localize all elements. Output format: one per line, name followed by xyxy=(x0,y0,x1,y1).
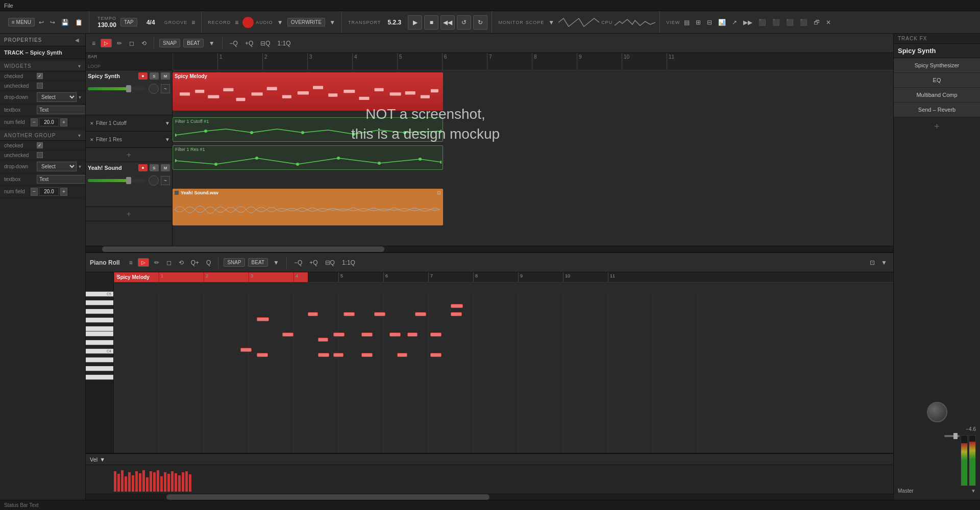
view-btn2[interactable]: ⊞ xyxy=(694,18,703,27)
note-9[interactable] xyxy=(282,333,293,337)
key-a4[interactable] xyxy=(86,309,113,314)
numfield-input[interactable] xyxy=(39,118,59,126)
key-gb4[interactable] xyxy=(86,323,113,326)
auto1-close-icon[interactable]: ✕ xyxy=(90,121,94,126)
key-d4[interactable] xyxy=(86,340,113,345)
fader-knob2[interactable] xyxy=(126,177,131,184)
pr-loop-tool[interactable]: ⟲ xyxy=(177,258,186,267)
scope-menu-icon[interactable]: ▼ xyxy=(546,18,556,27)
note-20[interactable] xyxy=(397,353,407,357)
zoom-fit-btn[interactable]: ⊟Q xyxy=(258,39,272,48)
auto2-close-icon[interactable]: ✕ xyxy=(90,137,94,142)
record-button[interactable] xyxy=(242,17,254,28)
key-c5[interactable]: C5 xyxy=(86,292,113,297)
beat-button[interactable]: BEAT xyxy=(183,39,203,47)
note-15[interactable] xyxy=(430,333,442,337)
pr-zoom-fit[interactable]: ⊟Q xyxy=(323,258,337,267)
note-16[interactable] xyxy=(257,353,268,357)
arrange-scrollbar-thumb[interactable] xyxy=(102,246,385,252)
pr-beat-menu-icon[interactable]: ▼ xyxy=(271,258,281,267)
vel-bar-21[interactable] xyxy=(185,471,188,492)
track-knob1[interactable] xyxy=(149,84,159,94)
view-btn1[interactable]: ▤ xyxy=(682,18,692,27)
play-button[interactable]: ▶ xyxy=(408,15,422,30)
save-as-button[interactable]: 📋 xyxy=(73,18,85,27)
key-c4[interactable]: C4 xyxy=(86,349,113,354)
unchecked2-checkbox[interactable] xyxy=(37,152,43,158)
tap-button[interactable]: TAP xyxy=(120,18,137,27)
textbox-input[interactable] xyxy=(37,106,86,114)
vel-bar-10[interactable] xyxy=(146,477,149,492)
note-area[interactable]: Spicy Melody 0 1 2 3 4 5 6 xyxy=(114,272,893,453)
checked2-checkbox[interactable] xyxy=(37,142,43,148)
key-eb4[interactable] xyxy=(86,337,113,340)
beat-menu-icon[interactable]: ▼ xyxy=(207,39,217,48)
note-7[interactable] xyxy=(451,312,462,316)
zoom-in-btn[interactable]: +Q xyxy=(243,39,255,48)
dropdown-select[interactable]: Select xyxy=(37,92,77,102)
synth-clip[interactable]: Spicy Melody xyxy=(173,72,443,111)
note-4[interactable] xyxy=(374,312,385,316)
master-knob[interactable] xyxy=(927,402,947,422)
key-f4[interactable] xyxy=(86,326,113,332)
note-2[interactable] xyxy=(308,312,318,316)
checked-checkbox[interactable] xyxy=(37,73,43,79)
note-10[interactable] xyxy=(318,338,328,342)
arrange-pencil-tool[interactable]: ✏ xyxy=(115,39,124,48)
view-btn9[interactable]: ⬛ xyxy=(784,18,796,27)
menu-file[interactable]: File xyxy=(4,3,13,9)
key-e4[interactable] xyxy=(86,332,113,337)
arrange-eraser-tool[interactable]: ◻ xyxy=(127,39,136,48)
time-sig[interactable]: 4/4 xyxy=(139,19,162,26)
vel-bar-14[interactable] xyxy=(160,476,163,492)
fx-add-btn[interactable]: + xyxy=(894,117,980,136)
vel-bar-20[interactable] xyxy=(182,472,184,492)
vel-bar-12[interactable] xyxy=(153,472,156,492)
record-options-icon[interactable]: ≡ xyxy=(233,18,240,27)
track-color-btn2[interactable]: ● xyxy=(138,164,148,171)
vel-bar-3[interactable] xyxy=(121,470,124,492)
unchecked-checkbox[interactable] xyxy=(37,83,43,89)
textbox2-input[interactable] xyxy=(37,175,86,184)
tempo-value[interactable]: 130.00 xyxy=(95,21,118,29)
note-14[interactable] xyxy=(407,333,418,337)
arrange-select-tool[interactable]: ▷ xyxy=(101,39,112,47)
add-track-btn[interactable]: + xyxy=(86,207,172,221)
undo-button[interactable]: ↩ xyxy=(37,18,46,27)
arrange-scrollbar[interactable] xyxy=(86,246,893,252)
vel-bar-4[interactable] xyxy=(125,476,127,492)
track-color-btn1[interactable]: ● xyxy=(138,72,148,80)
view-btn10[interactable]: ⬛ xyxy=(798,18,810,27)
view-btn3[interactable]: ⊟ xyxy=(705,18,714,27)
zoom-out-btn[interactable]: −Q xyxy=(228,39,240,48)
vel-bar-11[interactable] xyxy=(150,471,152,492)
pr-scrollbar[interactable] xyxy=(86,494,893,500)
audio-clip-menu-icon[interactable]: ⊡ xyxy=(437,190,441,195)
note-11[interactable] xyxy=(333,333,345,337)
pr-zoom-in[interactable]: +Q xyxy=(307,258,320,267)
vel-bar-6[interactable] xyxy=(132,475,134,492)
key-b3[interactable] xyxy=(86,358,113,363)
key-b4[interactable] xyxy=(86,300,113,305)
track-s-btn1[interactable]: S xyxy=(150,72,159,80)
note-19[interactable] xyxy=(361,353,373,357)
key-ab3[interactable] xyxy=(86,371,113,375)
pr-snap-button[interactable]: SNAP xyxy=(224,258,244,267)
track-m-btn1[interactable]: M xyxy=(161,72,170,80)
stop-button[interactable]: ■ xyxy=(424,15,438,30)
arrange-loop-tool[interactable]: ⟲ xyxy=(139,39,149,48)
key-db4[interactable] xyxy=(86,345,113,349)
vel-bar-22[interactable] xyxy=(189,474,191,492)
audio-clip[interactable]: Yeah! Sound.wav ⊡ xyxy=(173,189,443,225)
vel-bar-2[interactable] xyxy=(117,474,120,492)
pr-zoom-out[interactable]: −Q xyxy=(292,258,304,267)
numfield2-minus-btn[interactable]: − xyxy=(31,188,38,196)
pr-eraser-tool[interactable]: ◻ xyxy=(164,258,174,267)
track-fx-btn2[interactable]: ~ xyxy=(161,176,170,185)
view-btn11[interactable]: 🗗 xyxy=(812,18,822,27)
view-btn6[interactable]: ▶▶ xyxy=(741,18,754,27)
vel-bar-19[interactable] xyxy=(178,475,181,492)
fader-knob1[interactable] xyxy=(126,85,131,92)
view-btn7[interactable]: ⬛ xyxy=(756,18,768,27)
key-bb3[interactable] xyxy=(86,363,113,366)
